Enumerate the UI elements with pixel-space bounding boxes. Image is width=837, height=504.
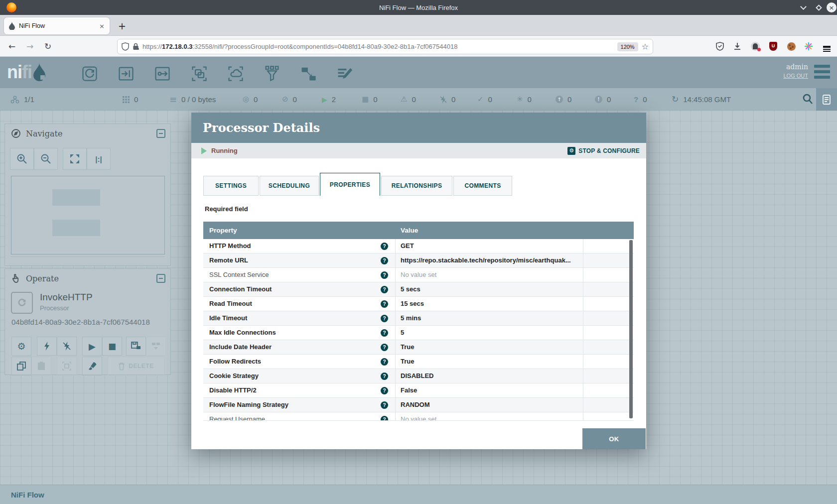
version-control-button[interactable] bbox=[146, 337, 166, 356]
table-row[interactable]: Idle Timeout? 5 mins bbox=[203, 311, 634, 326]
fill-color-button[interactable] bbox=[82, 357, 102, 376]
label-component-icon[interactable] bbox=[334, 64, 356, 84]
downloads-icon[interactable] bbox=[731, 40, 744, 53]
nifi-logo: nifi bbox=[7, 62, 47, 82]
collapse-operate-button[interactable] bbox=[156, 274, 165, 283]
table-row[interactable]: Follow Redirects? True bbox=[203, 355, 634, 369]
delete-button[interactable]: DELETE bbox=[108, 357, 164, 376]
column-property: Property bbox=[203, 227, 396, 234]
template-component-icon[interactable] bbox=[297, 64, 319, 84]
table-row-clipped[interactable]: Request Username? No value set bbox=[203, 412, 634, 420]
new-tab-button[interactable]: + bbox=[116, 19, 129, 32]
ok-button[interactable]: OK bbox=[582, 428, 646, 449]
page-zoom-badge[interactable]: 120% bbox=[617, 42, 638, 51]
selected-component-id[interactable]: 04b8fd14-80a9-30e2-8b1a-7cf067544018 bbox=[11, 318, 150, 326]
funnel-component-icon[interactable] bbox=[261, 64, 283, 84]
table-row[interactable]: SSL Context Service? No value set bbox=[203, 268, 634, 282]
help-icon[interactable]: ? bbox=[381, 257, 388, 264]
help-icon[interactable]: ? bbox=[381, 416, 388, 420]
reload-button[interactable]: ↻ bbox=[41, 39, 55, 53]
url-text[interactable]: https://172.18.0.3:32558/nifi/?processGr… bbox=[142, 43, 614, 50]
table-row[interactable]: Max Idle Connections? 5 bbox=[203, 326, 634, 340]
zoom-out-button[interactable] bbox=[34, 148, 58, 170]
stop-button[interactable]: ■ bbox=[102, 337, 122, 356]
table-row[interactable]: Read Timeout? 15 secs bbox=[203, 297, 634, 311]
help-icon[interactable]: ? bbox=[381, 315, 388, 322]
ublock-icon[interactable]: U bbox=[767, 40, 780, 53]
stop-and-configure-button[interactable]: ⚙ STOP & CONFIGURE bbox=[567, 143, 640, 158]
url-bar[interactable]: https://172.18.0.3:32558/nifi/?processGr… bbox=[117, 39, 653, 54]
nifi-favicon bbox=[9, 22, 15, 30]
properties-table-header: Property Value bbox=[203, 222, 634, 239]
help-icon[interactable]: ? bbox=[381, 300, 388, 308]
table-row[interactable]: FlowFile Naming Strategy? RANDOM bbox=[203, 398, 634, 412]
window-maximize-button[interactable] bbox=[812, 0, 825, 15]
paste-button[interactable] bbox=[31, 357, 51, 376]
processor-component-icon[interactable] bbox=[79, 64, 101, 84]
help-icon[interactable]: ? bbox=[381, 271, 388, 279]
bookmark-star-icon[interactable]: ☆ bbox=[642, 42, 649, 51]
help-icon[interactable]: ? bbox=[381, 344, 388, 351]
tab-settings[interactable]: SETTINGS bbox=[203, 176, 259, 196]
back-button[interactable]: ← bbox=[5, 39, 19, 53]
colorways-icon[interactable] bbox=[802, 40, 815, 53]
table-row[interactable]: Include Date Header? True bbox=[203, 340, 634, 355]
queued-icon: ≡ bbox=[169, 95, 177, 104]
tracking-shield-icon[interactable] bbox=[122, 42, 129, 51]
tab-relationships[interactable]: RELATIONSHIPS bbox=[381, 176, 452, 196]
zoom-in-button[interactable] bbox=[10, 148, 34, 170]
help-icon[interactable]: ? bbox=[381, 387, 388, 394]
privacy-extension-icon[interactable] bbox=[749, 40, 762, 53]
input-port-component-icon[interactable] bbox=[115, 64, 137, 84]
pocket-shield-icon[interactable] bbox=[713, 40, 726, 53]
cookie-extension-icon[interactable] bbox=[785, 40, 798, 53]
help-icon[interactable]: ? bbox=[381, 358, 388, 366]
create-template-button[interactable] bbox=[126, 337, 146, 356]
table-scrollbar[interactable] bbox=[629, 240, 633, 418]
lock-icon[interactable] bbox=[133, 43, 139, 50]
disable-button[interactable] bbox=[57, 337, 77, 356]
forward-button[interactable]: → bbox=[23, 39, 37, 53]
table-row[interactable]: Connection Timeout? 5 secs bbox=[203, 282, 634, 297]
tab-properties[interactable]: PROPERTIES bbox=[320, 173, 380, 196]
invalid-status: ⚠ 0 bbox=[401, 88, 416, 111]
hamburger-menu-icon[interactable] bbox=[820, 40, 833, 53]
table-row[interactable]: Disable HTTP/2? False bbox=[203, 383, 634, 398]
help-icon[interactable]: ? bbox=[381, 286, 388, 293]
birdseye-minimap[interactable] bbox=[11, 176, 165, 254]
table-row[interactable]: Cookie Strategy? DISABLED bbox=[203, 369, 634, 383]
output-port-component-icon[interactable] bbox=[151, 64, 173, 84]
table-row[interactable]: HTTP Method? GET bbox=[203, 239, 634, 253]
tab-scheduling[interactable]: SCHEDULING bbox=[260, 176, 319, 196]
window-close-button[interactable]: × bbox=[826, 0, 837, 15]
search-icon[interactable] bbox=[802, 93, 813, 105]
browser-tab[interactable]: NiFi Flow × bbox=[4, 17, 110, 34]
start-button[interactable]: ▶ bbox=[82, 337, 102, 356]
copy-button[interactable] bbox=[11, 357, 31, 376]
help-icon[interactable]: ? bbox=[381, 373, 388, 380]
logout-link[interactable]: LOG OUT bbox=[783, 73, 808, 79]
process-group-component-icon[interactable] bbox=[188, 64, 210, 84]
selected-component-type: Processor bbox=[40, 304, 69, 312]
bulletin-panel-button[interactable] bbox=[816, 88, 837, 111]
help-icon[interactable]: ? bbox=[381, 401, 388, 409]
help-icon[interactable]: ? bbox=[381, 329, 388, 337]
active-threads-status: 0 bbox=[123, 88, 138, 111]
zoom-actual-size-button[interactable]: |:| bbox=[87, 148, 111, 170]
global-menu-icon[interactable] bbox=[814, 65, 830, 81]
sync-failure-icon: ? bbox=[634, 96, 638, 103]
refresh-icon[interactable]: ↻ bbox=[672, 95, 679, 104]
help-icon[interactable]: ? bbox=[381, 243, 388, 250]
enable-button[interactable] bbox=[37, 337, 57, 356]
remote-process-group-component-icon[interactable] bbox=[225, 64, 247, 84]
running-state-icon bbox=[201, 147, 207, 154]
group-button[interactable] bbox=[57, 357, 77, 376]
zoom-fit-button[interactable] bbox=[63, 148, 87, 170]
breadcrumb[interactable]: NiFi Flow bbox=[11, 491, 44, 499]
window-minimize-button[interactable] bbox=[796, 0, 810, 15]
collapse-navigate-button[interactable] bbox=[156, 129, 165, 138]
table-row[interactable]: Remote URL? https://repo.stackable.tech/… bbox=[203, 253, 634, 268]
configure-button[interactable]: ⚙ bbox=[11, 337, 31, 356]
tab-close-icon[interactable]: × bbox=[99, 22, 105, 30]
tab-comments[interactable]: COMMENTS bbox=[453, 176, 512, 196]
